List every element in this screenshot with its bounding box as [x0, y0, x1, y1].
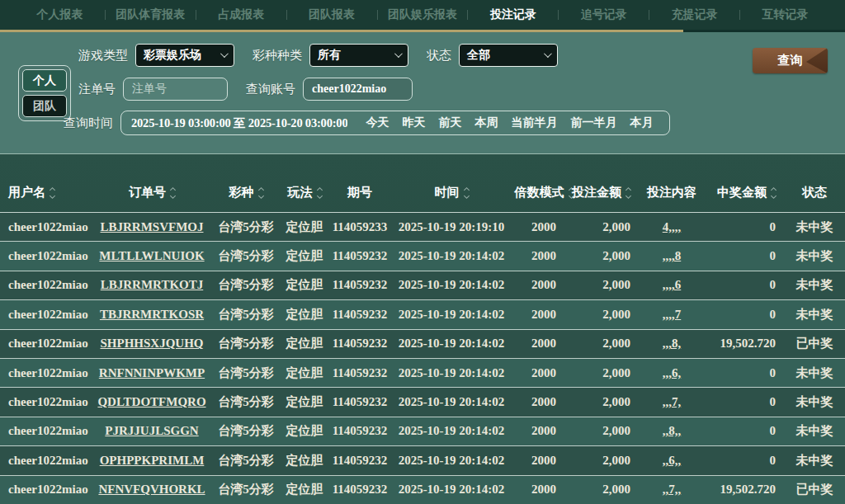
order-link[interactable]: LBJRRMSVFMOJ: [101, 220, 204, 233]
quick-range-button[interactable]: 前天: [432, 115, 468, 130]
table-cell: cheer1022miao: [0, 366, 91, 380]
status-select[interactable]: 全部: [459, 44, 558, 67]
bet-content-link[interactable]: 4,,,,: [663, 220, 682, 233]
quick-range-button[interactable]: 昨天: [395, 115, 432, 130]
nav-item[interactable]: 追号记录: [559, 7, 649, 22]
nav-item[interactable]: 占成报表: [196, 7, 286, 22]
table-cell: 114059232: [330, 366, 389, 380]
bet-content-link[interactable]: ,,,,8: [663, 249, 682, 262]
column-header-label: 用户名: [8, 185, 45, 200]
bet-content-link[interactable]: ,,6,,: [663, 454, 682, 467]
table-cell: 定位胆: [279, 394, 330, 410]
table-cell: 2,000: [574, 454, 639, 468]
quick-range-button[interactable]: 今天: [359, 115, 395, 130]
bet-content-link[interactable]: ,,8,,: [663, 424, 682, 437]
table-cell: 2000: [513, 395, 574, 409]
table-cell: 2000: [513, 454, 574, 468]
nav-item[interactable]: 团队娱乐报表: [378, 7, 468, 22]
table-cell: 2000: [513, 337, 574, 351]
table-cell: 台湾5分彩: [213, 248, 279, 264]
table-cell: 2,000: [574, 366, 639, 380]
quick-range-button[interactable]: 前一半月: [564, 115, 623, 130]
column-header: 期号: [330, 185, 389, 200]
order-link[interactable]: QDLTDOTFMQRO: [97, 395, 205, 408]
table-cell: 台湾5分彩: [213, 394, 279, 410]
nav-item[interactable]: 充提记录: [649, 7, 739, 22]
order-link[interactable]: PJRJJUJLSGGN: [105, 424, 198, 437]
table-cell: 未中奖: [784, 277, 845, 293]
scope-personal-button[interactable]: 个人: [22, 69, 67, 92]
order-link[interactable]: SHPHHSXJQUHQ: [100, 337, 203, 350]
account-label: 查询账号: [246, 82, 295, 97]
bet-content-link[interactable]: ,,,7,: [663, 395, 682, 408]
lottery-kind-value: 所有: [318, 48, 341, 63]
bet-content-link[interactable]: ,,7,,: [663, 483, 682, 496]
time-range-box[interactable]: 2025-10-19 03:00:00 至 2025-10-20 03:00:0…: [120, 111, 670, 135]
game-type-select[interactable]: 彩票娱乐场: [135, 44, 234, 67]
query-button[interactable]: 查询: [753, 48, 828, 73]
sort-icon[interactable]: [626, 188, 630, 198]
table-cell: 2,000: [574, 483, 639, 497]
sort-icon[interactable]: [171, 188, 175, 198]
order-link[interactable]: LBJRRMRTKOTJ: [101, 278, 203, 291]
order-link[interactable]: OPHPPKPRIMLM: [100, 454, 205, 467]
quick-range-button[interactable]: 本周: [468, 115, 504, 130]
chevron-down-icon: [220, 49, 229, 58]
scope-team-button[interactable]: 团队: [22, 95, 67, 117]
table-cell: 2025-10-19 20:14:02: [389, 454, 513, 468]
quick-range-button[interactable]: 本月: [623, 115, 659, 130]
order-link[interactable]: NFNVFQVHORKL: [98, 483, 205, 496]
quick-range-button[interactable]: 当前半月: [504, 115, 564, 130]
column-header[interactable]: 彩种: [213, 185, 279, 200]
column-header: 投注内容: [639, 185, 705, 200]
table-cell: 未中奖: [784, 453, 845, 469]
table-cell: ,,,8,: [639, 337, 705, 351]
table-cell: 定位胆: [279, 277, 330, 293]
column-header[interactable]: 中奖金额: [705, 185, 784, 200]
column-header[interactable]: 用户名: [0, 185, 91, 200]
table-cell: ,,7,,: [639, 483, 705, 497]
column-header[interactable]: 订单号: [91, 185, 213, 200]
table-cell: 2000: [513, 483, 574, 497]
account-input[interactable]: [303, 78, 413, 101]
bet-content-link[interactable]: ,,,,7: [663, 308, 682, 321]
bet-content-link[interactable]: ,,,,6: [663, 278, 682, 291]
column-header[interactable]: 投注金额: [574, 185, 639, 200]
order-no-input[interactable]: [123, 78, 228, 101]
bet-records-table: 用户名订单号彩种玩法期号时间倍数模式投注金额投注内容中奖金额状态 cheer10…: [0, 153, 845, 504]
chevron-down-icon: [544, 49, 552, 58]
table-cell: 未中奖: [784, 394, 845, 410]
bet-content-link[interactable]: ,,,8,: [663, 337, 682, 350]
table-cell: 2000: [513, 424, 574, 438]
table-cell: 2,000: [574, 337, 639, 351]
nav-item[interactable]: 团队报表: [287, 7, 377, 22]
table-cell: PJRJJUJLSGGN: [91, 424, 213, 438]
sort-icon[interactable]: [465, 188, 469, 198]
table-cell: 114059232: [330, 483, 389, 497]
column-header[interactable]: 时间: [389, 185, 513, 200]
sort-icon[interactable]: [772, 188, 776, 198]
column-header[interactable]: 玩法: [279, 185, 330, 200]
nav-item[interactable]: 投注记录: [468, 7, 558, 22]
nav-item[interactable]: 团队体育报表: [106, 7, 196, 22]
column-header[interactable]: 倍数模式: [513, 185, 574, 200]
bet-content-link[interactable]: ,,,6,: [663, 366, 682, 379]
nav-item[interactable]: 个人报表: [15, 7, 105, 22]
table-cell: 19,502.720: [705, 483, 784, 497]
column-header-label: 玩法: [288, 185, 313, 200]
table-cell: 已中奖: [784, 336, 845, 351]
table-cell: 台湾5分彩: [213, 482, 279, 497]
nav-item[interactable]: 互转记录: [740, 7, 830, 22]
sort-icon[interactable]: [50, 188, 54, 198]
sort-icon[interactable]: [318, 188, 322, 198]
lottery-kind-select[interactable]: 所有: [309, 44, 408, 67]
order-link[interactable]: MLTLLWLNUIOK: [99, 249, 204, 262]
table-cell: 0: [705, 249, 784, 263]
order-link[interactable]: RNFNNINPWKMP: [99, 366, 205, 379]
table-cell: 定位胆: [279, 453, 330, 469]
order-link[interactable]: TBJRRMRTKOSR: [100, 308, 204, 321]
table-cell: 0: [705, 454, 784, 468]
column-header-label: 订单号: [129, 185, 166, 200]
sort-icon[interactable]: [259, 188, 263, 198]
table-cell: 0: [705, 424, 784, 438]
